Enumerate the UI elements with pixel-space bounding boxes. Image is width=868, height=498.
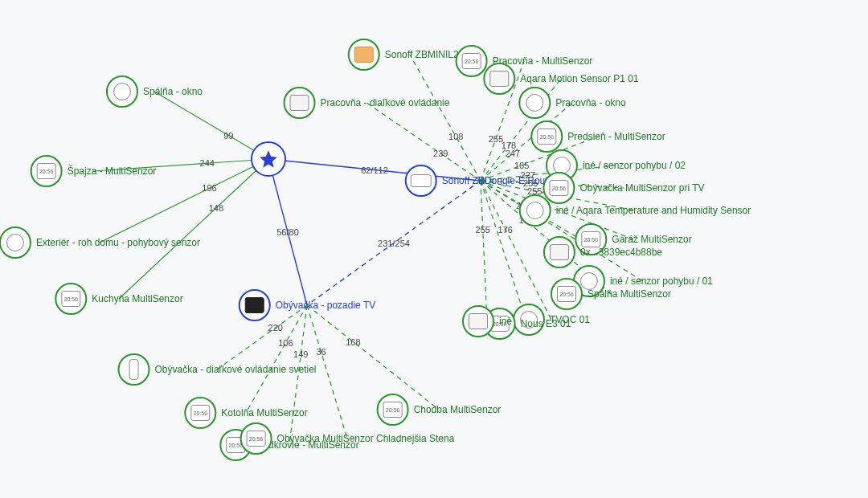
- lcd-icon: [377, 394, 409, 426]
- network-link: [268, 159, 307, 305]
- node-tv[interactable]: Obývačka - pozadie TV: [239, 289, 376, 321]
- node-exterier[interactable]: Exteriér - roh domu - pohybový senzor: [0, 227, 200, 259]
- network-canvas[interactable]: 62/11256/80231/2549924419614822010614936…: [0, 0, 868, 498]
- node-zbmini[interactable]: Sonoff ZBMINIL2 01: [348, 39, 473, 71]
- node-label: 0x...3839ec4b88be: [580, 247, 662, 258]
- lcd-icon: [184, 397, 216, 429]
- star-icon: [251, 141, 286, 177]
- node-label: Špajza - MultiSenzor: [68, 165, 157, 177]
- node-label: Chodba MultiSenzor: [414, 404, 502, 415]
- node-spalna_okno[interactable]: Spálňa - okno: [106, 76, 203, 108]
- node-label: iné / senzor pohybu / 02: [583, 160, 686, 171]
- link-lqi: 178: [500, 141, 518, 150]
- link-lqi: 36: [314, 347, 327, 357]
- link-lqi: 56/80: [275, 227, 301, 237]
- dongle-icon: [405, 165, 437, 197]
- node-kuchyna[interactable]: Kuchyňa MultiSenzor: [55, 283, 182, 315]
- lcd-icon: [31, 155, 63, 187]
- node-label: Predsieň - MultiSenzor: [567, 131, 665, 142]
- link-lqi: 168: [344, 337, 362, 347]
- round-icon: [518, 87, 551, 119]
- link-lqi: 148: [207, 203, 225, 213]
- link-lqi: 239: [432, 149, 449, 158]
- box-icon: [462, 305, 494, 337]
- box-icon: [543, 236, 575, 268]
- node-label: Obývačka MultiSenzor pri TV: [579, 182, 704, 194]
- link-lqi: 176: [497, 225, 514, 235]
- node-ine[interactable]: iné: [462, 305, 512, 337]
- remote-icon: [118, 353, 150, 386]
- node-label: Spálňa MultiSenzor: [588, 288, 671, 300]
- node-label: Sonoff ZBDongle-E Router: [442, 175, 557, 186]
- box-icon: [284, 87, 316, 119]
- node-aqara_th[interactable]: iné / Aqara Temperature and Humidity Sen…: [519, 194, 751, 227]
- orange-icon: [348, 39, 380, 71]
- node-label: Pracovňa - okno: [555, 97, 625, 108]
- round-icon: [106, 76, 138, 108]
- link-lqi: 247: [504, 149, 522, 158]
- link-lqi: 220: [267, 323, 285, 333]
- link-lqi: 62/112: [359, 165, 390, 175]
- link-lqi: 108: [447, 132, 465, 141]
- round-icon: [0, 227, 31, 259]
- node-coord[interactable]: [251, 141, 286, 177]
- lcd-icon: [530, 120, 563, 153]
- node-label: iné: [499, 316, 512, 327]
- link-lqi: 231/254: [376, 239, 411, 248]
- node-label: Obývačka - diaľkové ovládanie svetiel: [155, 364, 317, 375]
- network-link: [481, 181, 487, 321]
- lcd-icon: [55, 283, 87, 315]
- node-chodba[interactable]: Chodba MultiSenzor: [377, 394, 502, 426]
- node-router[interactable]: Sonoff ZBDongle-E Router: [405, 165, 557, 197]
- node-obyvacka_chl[interactable]: Obývačka MultiSenzor Chladnejšia Stena: [240, 422, 455, 455]
- node-label: Obývačka MultiSenzor Chladnejšia Stena: [277, 433, 455, 444]
- link-lqi: 244: [199, 158, 216, 168]
- link-lqi: 196: [200, 183, 218, 193]
- dark-icon: [239, 289, 271, 321]
- node-label: Nous E3 01: [521, 318, 571, 329]
- node-hexid[interactable]: 0x...3839ec4b88be: [543, 236, 662, 268]
- node-label: Aqara Motion Sensor P1 01: [520, 73, 638, 84]
- node-pracovna_okno[interactable]: Pracovňa - okno: [518, 87, 625, 119]
- node-label: iné / Aqara Temperature and Humidity Sen…: [556, 205, 751, 216]
- node-label: Kotolňa MultiSenzor: [221, 407, 307, 418]
- link-lqi: 255: [474, 225, 492, 235]
- node-label: Spálňa - okno: [143, 86, 203, 97]
- link-lqi: 99: [222, 131, 235, 141]
- node-spajza[interactable]: Špajza - MultiSenzor: [31, 155, 157, 187]
- link-lqi: 255: [487, 134, 505, 144]
- network-link: [307, 181, 481, 305]
- link-lqi: 106: [276, 338, 294, 348]
- node-label: Pracovňa - diaľkové ovládanie: [321, 97, 450, 108]
- node-dialkove_sv[interactable]: Obývačka - diaľkové ovládanie svetiel: [118, 353, 317, 386]
- lcd-icon: [240, 422, 272, 455]
- node-pracovna_do[interactable]: Pracovňa - diaľkové ovládanie: [284, 87, 450, 119]
- node-label: Obývačka - pozadie TV: [276, 300, 376, 311]
- node-label: Exteriér - roh domu - pohybový senzor: [36, 237, 200, 248]
- node-predsien[interactable]: Predsieň - MultiSenzor: [530, 120, 665, 153]
- box-icon: [483, 63, 515, 95]
- node-label: Kuchyňa MultiSenzor: [92, 293, 182, 304]
- round-icon: [519, 194, 551, 227]
